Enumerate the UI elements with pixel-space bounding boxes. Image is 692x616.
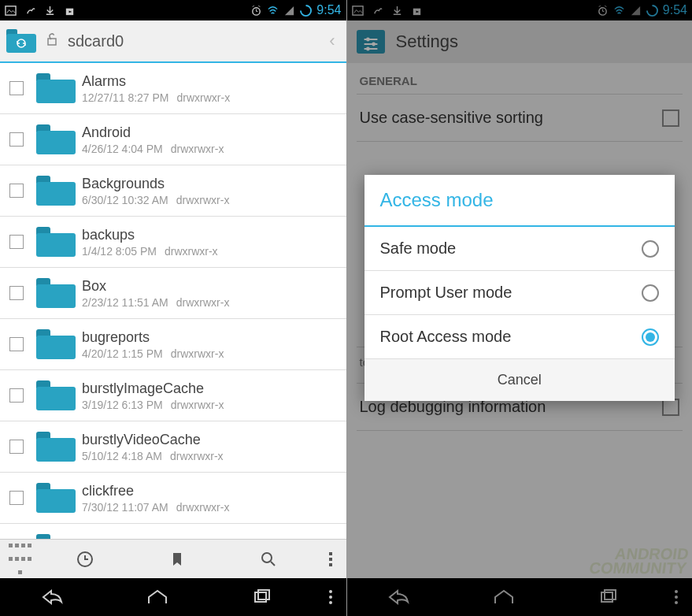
- svg-rect-7: [258, 590, 269, 599]
- recents-button[interactable]: [209, 588, 314, 607]
- file-name: Backgrounds: [82, 176, 340, 192]
- file-name: clickfree: [82, 483, 340, 499]
- file-meta: 12/27/11 8:27 PMdrwxrwxr-x: [82, 91, 340, 104]
- app-icon[interactable]: [6, 29, 36, 53]
- bottom-toolbar: [0, 539, 346, 578]
- file-row[interactable]: Alarms12/27/11 8:27 PMdrwxrwxr-x: [0, 63, 346, 114]
- file-list[interactable]: Alarms12/27/11 8:27 PMdrwxrwxr-xAndroid4…: [0, 63, 346, 539]
- radio-icon[interactable]: [642, 328, 659, 346]
- option-label: Prompt User mode: [380, 284, 642, 302]
- clock-text: 9:54: [316, 3, 341, 17]
- search-button[interactable]: [223, 540, 315, 578]
- file-meta: 7/30/12 11:07 AMdrwxrwxr-x: [82, 501, 340, 514]
- folder-icon: [36, 380, 76, 410]
- file-meta: 3/19/12 6:13 PMdrwxrwxr-x: [82, 399, 340, 411]
- file-row[interactable]: bugreports4/20/12 1:15 PMdrwxrwxr-x: [0, 319, 346, 370]
- home-button[interactable]: [105, 588, 209, 607]
- folder-icon: [36, 483, 76, 513]
- folder-icon: [36, 73, 76, 103]
- checkbox-icon[interactable]: [9, 388, 24, 403]
- file-meta: 2/23/12 11:51 AMdrwxrwxr-x: [82, 296, 340, 309]
- download-icon: [44, 5, 56, 17]
- checkbox-icon[interactable]: [9, 440, 24, 454]
- svg-point-5: [262, 553, 272, 562]
- radio-icon[interactable]: [642, 284, 659, 302]
- file-row[interactable]: burstlyImageCache3/19/12 6:13 PMdrwxrwxr…: [0, 370, 346, 421]
- breadcrumb[interactable]: sdcard0: [68, 32, 316, 50]
- folder-icon: [36, 329, 76, 359]
- history-button[interactable]: [39, 540, 131, 578]
- drag-handle-icon[interactable]: [0, 540, 39, 578]
- checkbox-icon[interactable]: [9, 286, 24, 300]
- play-store-icon: [64, 5, 76, 17]
- svg-rect-0: [6, 6, 16, 14]
- back-button[interactable]: [0, 588, 105, 607]
- image-icon: [5, 5, 17, 17]
- file-row[interactable]: clickfree7/30/12 11:07 AMdrwxrwxr-x: [0, 473, 346, 524]
- file-row[interactable]: Android4/26/12 4:04 PMdrwxrwxr-x: [0, 114, 346, 165]
- file-name: backups: [82, 227, 340, 243]
- radio-icon[interactable]: [642, 240, 659, 258]
- file-name: burstlyImageCache: [82, 380, 340, 397]
- unlock-icon[interactable]: [44, 32, 60, 50]
- option-label: Safe mode: [380, 239, 642, 258]
- folder-icon: [36, 534, 76, 539]
- folder-icon: [36, 278, 76, 308]
- file-name: burstlyVideoCache: [82, 432, 340, 448]
- running-icon: [24, 5, 36, 17]
- chevron-left-icon[interactable]: ‹: [324, 31, 339, 51]
- bookmark-button[interactable]: [131, 540, 224, 578]
- checkbox-icon[interactable]: [9, 132, 24, 147]
- dialog-option[interactable]: Safe mode: [365, 227, 675, 271]
- file-name: Android: [82, 124, 340, 141]
- wifi-icon: [267, 5, 279, 17]
- checkbox-icon[interactable]: [9, 81, 24, 95]
- file-meta: 1/4/12 8:05 PMdrwxrwxr-x: [82, 245, 340, 258]
- file-name: Box: [82, 278, 340, 295]
- phone-left: 9:54 sdcard0 ‹ Alarms12/27/11 8:27 PMdrw…: [0, 0, 346, 616]
- dialog-title: Access mode: [365, 175, 675, 227]
- file-row[interactable]: backups1/4/12 8:05 PMdrwxrwxr-x: [0, 217, 346, 268]
- access-mode-dialog: Access mode Safe modePrompt User modeRoo…: [365, 175, 675, 401]
- overflow-button[interactable]: [315, 540, 346, 578]
- nav-overflow-button[interactable]: [315, 590, 346, 604]
- checkbox-icon[interactable]: [9, 235, 24, 249]
- svg-rect-3: [48, 39, 56, 45]
- nav-bar: [0, 578, 346, 616]
- file-meta: 4/20/12 1:15 PMdrwxrwxr-x: [82, 347, 340, 360]
- dialog-option[interactable]: Root Access mode: [365, 315, 675, 359]
- file-row[interactable]: burstlyVideoCache5/10/12 4:18 AMdrwxrwxr…: [0, 421, 346, 473]
- alarm-icon: [250, 5, 262, 17]
- file-row[interactable]: clockworkmod: [0, 524, 346, 539]
- checkbox-icon[interactable]: [9, 337, 24, 351]
- folder-icon: [36, 176, 76, 206]
- signal-icon: [283, 5, 295, 17]
- status-bar: 9:54: [0, 0, 346, 20]
- file-name: Alarms: [82, 73, 340, 90]
- file-meta: 6/30/12 10:32 AMdrwxrwxr-x: [82, 194, 340, 206]
- file-row[interactable]: Backgrounds6/30/12 10:32 AMdrwxrwxr-x: [0, 165, 346, 217]
- file-meta: 4/26/12 4:04 PMdrwxrwxr-x: [82, 143, 340, 155]
- folder-icon: [36, 124, 76, 154]
- option-label: Root Access mode: [380, 328, 642, 346]
- folder-icon: [36, 432, 76, 462]
- app-header: sdcard0 ‹: [0, 20, 346, 63]
- file-meta: 5/10/12 4:18 AMdrwxrwxr-x: [82, 450, 340, 462]
- file-name: bugreports: [82, 329, 340, 346]
- folder-icon: [36, 227, 76, 257]
- checkbox-icon[interactable]: [9, 184, 24, 198]
- checkbox-icon[interactable]: [9, 491, 24, 505]
- svg-rect-6: [255, 592, 266, 602]
- battery-icon: [300, 5, 312, 17]
- phone-right: 9:54 Settings GENERAL Use case-sensitive…: [346, 0, 693, 616]
- dialog-option[interactable]: Prompt User mode: [365, 271, 675, 315]
- dialog-cancel-button[interactable]: Cancel: [365, 359, 675, 401]
- file-row[interactable]: Box2/23/12 11:51 AMdrwxrwxr-x: [0, 268, 346, 319]
